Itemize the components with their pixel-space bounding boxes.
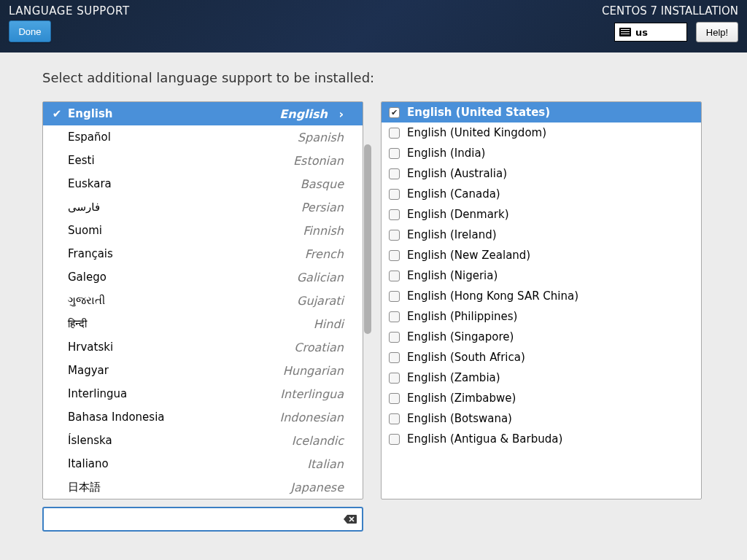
locale-checkbox[interactable] bbox=[389, 250, 400, 261]
locale-checkbox[interactable] bbox=[389, 209, 400, 220]
language-row[interactable]: EspañolSpanish bbox=[43, 125, 363, 149]
header-right-row: us Help! bbox=[614, 22, 738, 42]
locale-checkbox[interactable] bbox=[389, 332, 400, 343]
language-native-label: Hrvatski bbox=[68, 341, 113, 354]
language-english-label: Basque bbox=[301, 177, 344, 191]
locale-row[interactable]: English (Singapore) bbox=[382, 327, 701, 347]
page-title: LANGUAGE SUPPORT bbox=[9, 4, 130, 18]
locale-row[interactable]: English (Botswana) bbox=[382, 408, 701, 429]
language-row[interactable]: EuskaraBasque bbox=[43, 172, 363, 195]
language-native-label: Bahasa Indonesia bbox=[68, 411, 165, 424]
language-row[interactable]: हिन्दीHindi bbox=[43, 312, 363, 335]
language-native-label: Interlingua bbox=[68, 387, 127, 400]
locale-row[interactable]: English (India) bbox=[382, 143, 701, 163]
language-english-label: Hungarian bbox=[283, 364, 344, 378]
language-native-label: ગુજરાતી bbox=[68, 294, 105, 307]
language-english-label: Gujarati bbox=[297, 294, 344, 308]
language-english-label: Galician bbox=[297, 271, 344, 284]
search-box[interactable] bbox=[42, 507, 363, 532]
locale-row[interactable]: English (New Zealand) bbox=[382, 245, 701, 265]
language-row[interactable]: MagyarHungarian bbox=[43, 359, 363, 382]
locale-label: English (Ireland) bbox=[407, 228, 497, 241]
locale-row[interactable]: English (United Kingdom) bbox=[382, 122, 701, 143]
search-input[interactable] bbox=[50, 513, 343, 526]
language-row[interactable]: فارسیPersian bbox=[43, 195, 363, 219]
locale-label: English (United States) bbox=[407, 106, 550, 119]
locale-checkbox[interactable] bbox=[389, 413, 400, 424]
language-native-label: Français bbox=[68, 247, 113, 260]
language-row[interactable]: ItalianoItalian bbox=[43, 452, 363, 475]
language-native-label: Íslenska bbox=[68, 434, 112, 447]
language-row[interactable]: GalegoGalician bbox=[43, 265, 363, 289]
locale-checkbox[interactable] bbox=[389, 107, 400, 118]
help-button[interactable]: Help! bbox=[696, 22, 738, 42]
language-english-label: English bbox=[279, 107, 328, 121]
clear-search-icon[interactable] bbox=[343, 514, 357, 524]
language-row[interactable]: HrvatskiCroatian bbox=[43, 335, 363, 359]
locale-label: English (India) bbox=[407, 147, 485, 160]
locale-row[interactable]: English (Canada) bbox=[382, 184, 701, 204]
language-row[interactable]: ગુજરાતીGujarati bbox=[43, 289, 363, 312]
locale-row[interactable]: English (Philippines) bbox=[382, 306, 701, 327]
locale-checkbox[interactable] bbox=[389, 291, 400, 302]
language-row[interactable]: EestiEstonian bbox=[43, 149, 363, 172]
language-native-label: Italiano bbox=[68, 457, 109, 470]
locale-row[interactable]: English (South Africa) bbox=[382, 347, 701, 368]
language-native-label: English bbox=[68, 107, 113, 120]
locale-row[interactable]: English (Ireland) bbox=[382, 225, 701, 245]
language-native-label: Magyar bbox=[68, 364, 109, 377]
language-english-label: Icelandic bbox=[292, 434, 344, 448]
locale-row[interactable]: English (United States) bbox=[382, 102, 701, 122]
locale-checkbox[interactable] bbox=[389, 168, 400, 179]
locale-checkbox[interactable] bbox=[389, 128, 400, 139]
language-row[interactable]: 日本語Japanese bbox=[43, 475, 363, 499]
language-row[interactable]: SuomiFinnish bbox=[43, 219, 363, 242]
language-english-label: Italian bbox=[307, 457, 344, 471]
language-english-label: Spanish bbox=[298, 131, 344, 144]
keyboard-icon bbox=[619, 28, 631, 36]
language-row[interactable]: ÍslenskaIcelandic bbox=[43, 429, 363, 452]
locale-checkbox[interactable] bbox=[389, 148, 400, 159]
locale-label: English (Philippines) bbox=[407, 310, 517, 323]
keyboard-layout-indicator[interactable]: us bbox=[614, 23, 687, 42]
language-row[interactable]: FrançaisFrench bbox=[43, 242, 363, 265]
locale-label: English (Botswana) bbox=[407, 412, 512, 425]
header-bar: LANGUAGE SUPPORT Done CENTOS 7 INSTALLAT… bbox=[0, 0, 747, 52]
locale-row[interactable]: English (Nigeria) bbox=[382, 265, 701, 286]
locale-row[interactable]: English (Zambia) bbox=[382, 368, 701, 388]
locale-row[interactable]: English (Zimbabwe) bbox=[382, 388, 701, 408]
language-native-label: Galego bbox=[68, 271, 107, 284]
language-english-label: Finnish bbox=[303, 224, 344, 238]
language-row[interactable]: ✔EnglishEnglish› bbox=[43, 102, 363, 125]
locale-checkbox[interactable] bbox=[389, 189, 400, 200]
language-native-label: فارسی bbox=[68, 201, 100, 214]
language-row[interactable]: InterlinguaInterlingua bbox=[43, 382, 363, 405]
locale-row[interactable]: English (Australia) bbox=[382, 163, 701, 184]
locale-checkbox[interactable] bbox=[389, 230, 400, 241]
locale-row[interactable]: English (Antigua & Barbuda) bbox=[382, 429, 701, 449]
scrollbar-thumb[interactable] bbox=[364, 144, 371, 334]
language-listbox[interactable]: ✔EnglishEnglish›EspañolSpanishEestiEston… bbox=[42, 101, 363, 499]
chevron-right-icon: › bbox=[332, 107, 344, 121]
locale-checkbox[interactable] bbox=[389, 393, 400, 404]
done-button[interactable]: Done bbox=[9, 20, 51, 42]
language-row[interactable]: Bahasa IndonesiaIndonesian bbox=[43, 405, 363, 429]
locale-row[interactable]: English (Denmark) bbox=[382, 204, 701, 225]
language-native-label: Euskara bbox=[68, 177, 112, 190]
header-right: CENTOS 7 INSTALLATION us Help! bbox=[602, 4, 738, 47]
locale-listbox[interactable]: English (United States)English (United K… bbox=[381, 101, 702, 499]
locale-checkbox[interactable] bbox=[389, 352, 400, 363]
language-english-label: Hindi bbox=[314, 317, 344, 331]
locale-label: English (Canada) bbox=[407, 187, 500, 201]
locale-label: English (Antigua & Barbuda) bbox=[407, 432, 562, 446]
locale-checkbox[interactable] bbox=[389, 434, 400, 445]
locale-checkbox[interactable] bbox=[389, 373, 400, 384]
locale-checkbox[interactable] bbox=[389, 271, 400, 281]
locale-row[interactable]: English (Hong Kong SAR China) bbox=[382, 286, 701, 306]
language-english-label: Estonian bbox=[293, 154, 344, 168]
locale-checkbox[interactable] bbox=[389, 311, 400, 322]
language-native-label: Eesti bbox=[68, 154, 95, 167]
language-scrollbar[interactable] bbox=[364, 102, 371, 499]
locale-label: English (Nigeria) bbox=[407, 269, 498, 282]
locale-label: English (Singapore) bbox=[407, 330, 514, 343]
